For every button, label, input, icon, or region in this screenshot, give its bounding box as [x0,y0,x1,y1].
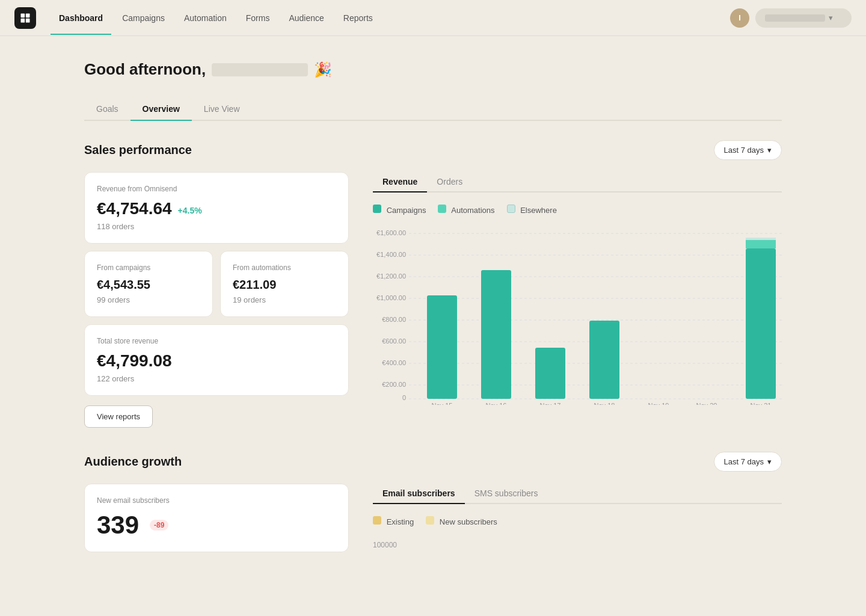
sales-chart-area: Revenue Orders Campaigns Automations Els… [373,172,782,428]
audience-section-header: Audience growth Last 7 days ▾ [84,452,782,472]
svg-text:Nov 15: Nov 15 [432,402,453,405]
svg-rect-0 [21,13,25,17]
legend-elsewhere-label: Elsewhere [520,206,557,215]
sub-cards-row: From campaigns €4,543.55 99 orders From … [84,251,349,317]
subscribers-card: New email subscribers 339 -89 [84,484,349,552]
total-revenue-orders: 122 orders [97,374,336,383]
nav-right: I ▾ [730,8,852,28]
revenue-omnisend-orders: 118 orders [97,222,336,231]
chart-tab-revenue[interactable]: Revenue [373,172,427,192]
bar-nov17 [535,348,565,399]
nav: Dashboard Campaigns Automation Forms Aud… [0,0,866,36]
nav-reports[interactable]: Reports [335,8,381,28]
greeting-emoji: 🎉 [314,61,332,78]
nav-links: Dashboard Campaigns Automation Forms Aud… [51,8,730,28]
total-revenue-value: €4,799.08 [97,351,336,371]
chart-legend: Campaigns Automations Elsewhere [373,205,782,215]
view-reports-button[interactable]: View reports [84,405,153,428]
tab-goals[interactable]: Goals [84,98,131,121]
sales-left: Revenue from Omnisend €4,754.64 +4.5% 11… [84,172,349,428]
legend-item-elsewhere: Elsewhere [507,205,557,215]
audience-period-dropdown[interactable]: Last 7 days ▾ [714,452,782,472]
greeting-name [212,63,308,76]
audience-chart-area: Email subscribers SMS subscribers Existi… [373,484,782,552]
chart-tab-orders[interactable]: Orders [427,172,472,192]
greeting: Good afternoon, 🎉 [84,60,782,79]
automations-label: From automations [233,263,336,272]
nav-automation[interactable]: Automation [176,8,235,28]
total-revenue-card: Total store revenue €4,799.08 122 orders [84,324,349,396]
revenue-omnisend-card: Revenue from Omnisend €4,754.64 +4.5% 11… [84,172,349,244]
svg-text:€800.00: €800.00 [382,316,406,323]
svg-rect-2 [21,18,25,22]
svg-text:€1,400.00: €1,400.00 [376,251,406,258]
subscriber-change: -89 [150,520,168,531]
audience-title: Audience growth [84,455,182,469]
main-content: Good afternoon, 🎉 Goals Overview Live Vi… [48,36,818,600]
tab-sms-subscribers[interactable]: SMS subscribers [465,484,548,504]
svg-text:€200.00: €200.00 [382,381,406,388]
nav-forms[interactable]: Forms [238,8,278,28]
campaigns-label: From campaigns [97,263,200,272]
subscriber-count: 339 -89 [97,511,336,540]
revenue-chart: €1,600.00 €1,400.00 €1,200.00 €1,000.00 … [373,224,782,405]
sales-title: Sales performance [84,143,192,157]
tab-live-view[interactable]: Live View [192,98,252,121]
audience-chart-legend: Existing New subscribers [373,516,782,526]
legend-item-new-subscribers: New subscribers [426,516,497,526]
svg-rect-3 [26,18,30,22]
legend-existing-label: Existing [387,517,414,526]
revenue-omnisend-value: €4,754.64 [97,199,172,218]
campaigns-card: From campaigns €4,543.55 99 orders [84,251,213,317]
sales-layout: Revenue from Omnisend €4,754.64 +4.5% 11… [84,172,782,428]
audience-left: New email subscribers 339 -89 [84,484,349,552]
sales-period-dropdown[interactable]: Last 7 days ▾ [714,140,782,160]
bar-nov15 [427,295,457,399]
svg-text:Nov 21: Nov 21 [751,402,772,405]
page-tabs: Goals Overview Live View [84,98,782,121]
legend-campaigns-label: Campaigns [387,206,426,215]
sales-period-label: Last 7 days [724,146,764,155]
nav-audience[interactable]: Audience [280,8,332,28]
bar-nov21-automations [746,240,776,248]
total-revenue-label: Total store revenue [97,337,336,345]
svg-text:Nov 20: Nov 20 [696,402,717,405]
new-subscribers-legend-dot [426,516,434,525]
sales-section-header: Sales performance Last 7 days ▾ [84,140,782,160]
legend-item-existing: Existing [373,516,414,526]
svg-text:0: 0 [402,394,406,401]
bar-nov21-campaigns [746,248,776,399]
revenue-omnisend-change: +4.5% [178,206,202,215]
bar-nov16 [481,270,511,399]
audience-y-label: 100000 [373,536,782,549]
campaigns-value: €4,543.55 [97,278,200,292]
svg-text:€1,600.00: €1,600.00 [376,229,406,236]
subscribers-label: New email subscribers [97,496,336,505]
bar-nov18 [589,321,619,399]
legend-item-automations: Automations [438,205,494,215]
chart-tabs: Revenue Orders [373,172,782,192]
tab-email-subscribers[interactable]: Email subscribers [373,484,465,504]
legend-automations-label: Automations [451,206,494,215]
tab-overview[interactable]: Overview [131,98,192,121]
subscriber-number: 339 [97,511,139,540]
svg-text:€1,000.00: €1,000.00 [376,294,406,301]
audience-layout: New email subscribers 339 -89 Email subs… [84,484,782,552]
audience-chart-tabs: Email subscribers SMS subscribers [373,484,782,504]
automations-card: From automations €211.09 19 orders [220,251,349,317]
svg-text:€400.00: €400.00 [382,359,406,366]
svg-text:Nov 17: Nov 17 [540,402,561,405]
greeting-text: Good afternoon, [84,60,206,79]
campaigns-legend-dot [373,205,381,213]
chevron-down-icon: ▾ [767,146,772,155]
user-menu-button[interactable]: ▾ [755,8,852,28]
bar-nov21-elsewhere [746,238,776,240]
automations-orders: 19 orders [233,295,336,304]
nav-dashboard[interactable]: Dashboard [51,8,111,28]
svg-text:Nov 18: Nov 18 [594,402,615,405]
logo[interactable] [14,7,36,29]
nav-campaigns[interactable]: Campaigns [114,8,173,28]
revenue-omnisend-label: Revenue from Omnisend [97,185,336,193]
legend-new-subscribers-label: New subscribers [440,517,497,526]
campaigns-orders: 99 orders [97,295,200,304]
